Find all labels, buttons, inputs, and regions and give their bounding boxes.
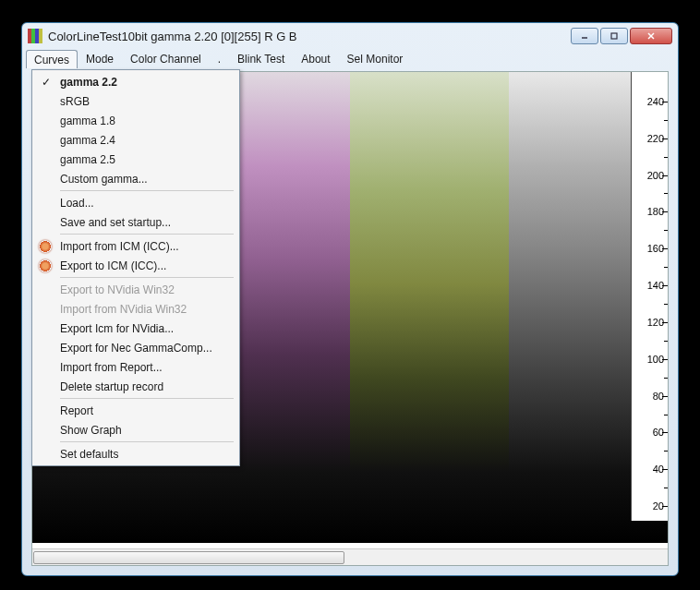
value-ruler: 24022020018016014012010080604020: [631, 72, 668, 521]
menu-item-label: Load...: [60, 197, 94, 210]
svg-rect-5: [611, 33, 617, 39]
close-button[interactable]: [630, 28, 672, 44]
ruler-tick: 200: [647, 170, 664, 181]
menu-item-show-graph[interactable]: Show Graph: [34, 420, 237, 439]
menu-item-custom-gamma[interactable]: Custom gamma...: [34, 169, 237, 188]
menu-item-label: Save and set startup...: [60, 216, 171, 229]
menu-item-label: gamma 1.8: [60, 114, 115, 127]
menu-item-import-from-report[interactable]: Import from Report...: [34, 357, 237, 377]
menu-item-import-from-nvidia-win32: Import from NVidia Win32: [34, 299, 237, 319]
menu-item-gamma-2-5[interactable]: gamma 2.5: [34, 150, 237, 169]
menu-item-export-icm-for-nvidia[interactable]: Export Icm for NVidia...: [34, 319, 237, 338]
ruler-tick: 80: [653, 391, 664, 402]
menu-item-label: Import from ICM (ICC)...: [60, 240, 179, 253]
ruler-minor-tick: [664, 451, 668, 452]
menu-item-label: gamma 2.5: [60, 153, 115, 166]
svg-rect-2: [35, 29, 39, 43]
menu-item-label: gamma 2.2: [60, 76, 117, 89]
svg-rect-1: [31, 29, 35, 43]
gradient-band-3: [350, 72, 509, 543]
menu-item-srgb[interactable]: sRGB: [34, 91, 237, 111]
menu-item-label: Report: [60, 404, 93, 417]
menu--[interactable]: .: [210, 50, 229, 68]
ruler-tick: 180: [647, 206, 664, 217]
horizontal-scrollbar[interactable]: [32, 548, 668, 565]
titlebar[interactable]: ColorLineTest10bit gamma 2.20 [0][255] R…: [22, 23, 678, 49]
menu-item-label: sRGB: [60, 95, 90, 108]
menubar: CurvesModeColor Channel.Blink TestAboutS…: [22, 49, 678, 69]
menu-item-label: Import from Report...: [60, 361, 163, 374]
menu-item-import-from-icm-icc[interactable]: Import from ICM (ICC)...: [34, 236, 237, 256]
app-icon: [28, 29, 42, 43]
ruler-tick: 160: [647, 243, 664, 254]
menu-item-label: Export for Nec GammaComp...: [60, 342, 212, 355]
ruler-minor-tick: [664, 415, 668, 415]
menu-separator: [60, 398, 234, 399]
ruler-tick: 100: [647, 354, 664, 365]
ruler-minor-tick: [664, 304, 668, 305]
ruler-minor-tick: [664, 193, 668, 194]
menu-separator: [60, 234, 234, 235]
ruler-tick: 40: [653, 464, 664, 475]
menu-sel-monitor[interactable]: Sel Monitor: [339, 50, 412, 68]
minimize-button[interactable]: [571, 28, 598, 44]
ruler-tick: 220: [647, 133, 664, 144]
menu-color-channel[interactable]: Color Channel: [122, 50, 210, 68]
menu-item-label: Export to ICM (ICC)...: [60, 259, 166, 272]
menu-item-label: Set defaults: [60, 448, 118, 461]
svg-rect-0: [28, 29, 31, 43]
menu-separator: [60, 190, 234, 191]
menu-item-load[interactable]: Load...: [34, 193, 237, 212]
curves-menu-dropdown: gamma 2.2sRGBgamma 1.8gamma 2.4gamma 2.5…: [31, 69, 240, 466]
ruler-minor-tick: [664, 267, 668, 268]
menu-blink-test[interactable]: Blink Test: [229, 50, 293, 68]
ruler-tick: 140: [647, 280, 664, 291]
ruler-minor-tick: [664, 341, 668, 342]
window-controls: [571, 28, 672, 44]
menu-item-gamma-2-2[interactable]: gamma 2.2: [34, 72, 237, 91]
svg-rect-3: [39, 29, 42, 43]
ruler-minor-tick: [664, 488, 668, 488]
ruler-minor-tick: [664, 524, 668, 525]
gear-icon: [38, 259, 53, 273]
menu-item-label: Show Graph: [60, 424, 122, 437]
ruler-minor-tick: [664, 157, 668, 158]
menu-curves[interactable]: Curves: [26, 50, 78, 68]
window-title: ColorLineTest10bit gamma 2.20 [0][255] R…: [48, 30, 571, 43]
maximize-button[interactable]: [600, 28, 628, 44]
menu-item-label: Export Icm for NVidia...: [60, 322, 174, 335]
menu-item-label: Custom gamma...: [60, 173, 148, 186]
menu-mode[interactable]: Mode: [78, 50, 122, 68]
menu-item-gamma-1-8[interactable]: gamma 1.8: [34, 111, 237, 130]
scrollbar-thumb[interactable]: [33, 551, 344, 564]
menu-item-gamma-2-4[interactable]: gamma 2.4: [34, 130, 237, 150]
menu-separator: [60, 441, 234, 442]
ruler-minor-tick: [664, 230, 668, 231]
menu-item-export-for-nec-gammacomp[interactable]: Export for Nec GammaComp...: [34, 338, 237, 357]
menu-item-label: Export to NVidia Win32: [60, 283, 175, 296]
menu-item-label: Delete startup record: [60, 380, 163, 393]
gear-icon: [38, 239, 53, 254]
menu-about[interactable]: About: [293, 50, 338, 68]
ruler-tick: 60: [653, 427, 664, 438]
ruler-tick: 120: [647, 317, 664, 328]
menu-item-save-and-set-startup[interactable]: Save and set startup...: [34, 212, 237, 232]
menu-item-export-to-nvidia-win32: Export to NVidia Win32: [34, 280, 237, 299]
menu-item-delete-startup-record[interactable]: Delete startup record: [34, 377, 237, 396]
menu-item-label: Import from NVidia Win32: [60, 303, 187, 316]
menu-separator: [60, 277, 234, 278]
ruler-minor-tick: [664, 378, 668, 379]
ruler-tick: 240: [647, 96, 664, 107]
ruler-tick: 20: [653, 500, 664, 512]
menu-item-export-to-icm-icc[interactable]: Export to ICM (ICC)...: [34, 256, 237, 275]
ruler-minor-tick: [664, 120, 668, 121]
menu-item-label: gamma 2.4: [60, 134, 115, 147]
menu-item-set-defaults[interactable]: Set defaults: [34, 444, 237, 464]
app-window: ColorLineTest10bit gamma 2.20 [0][255] R…: [21, 22, 679, 576]
menu-item-report[interactable]: Report: [34, 401, 237, 420]
